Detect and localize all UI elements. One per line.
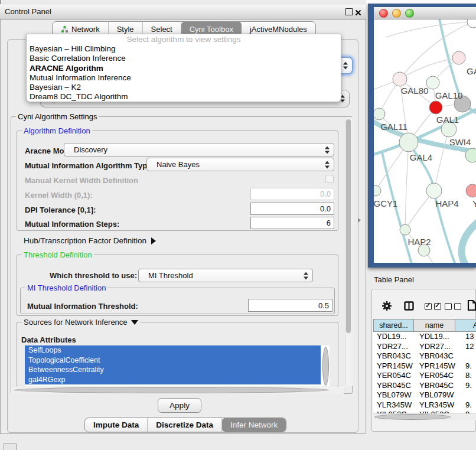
network-node[interactable] <box>466 184 476 197</box>
which-threshold-label: Which threshold to use: <box>50 271 137 280</box>
dpi-tolerance-label: DPI Tolerance [0,1]: <box>25 206 96 214</box>
dropdown-item[interactable]: Basic Correlation Inference <box>27 54 341 63</box>
file-icon[interactable] <box>467 299 476 314</box>
settings-group-title: Cyni Algorithm Settings <box>16 112 99 121</box>
mi-type-combo[interactable]: Naive Bayes <box>146 158 334 171</box>
combo-arrows-icon <box>325 161 330 168</box>
network-window-titlebar[interactable] <box>374 7 476 19</box>
dropdown-item-selected[interactable]: ARACNE Algorithm <box>27 64 341 73</box>
attribute-item-selected[interactable]: gal4RGexp <box>25 375 321 385</box>
settings-hscrollbar-thumb[interactable] <box>13 387 330 393</box>
column-header-a[interactable]: A <box>455 319 476 332</box>
mi-steps-label: Mutual Information Steps: <box>25 220 119 229</box>
dropdown-item[interactable]: Mutual Information Inference <box>27 73 341 83</box>
dropdown-item[interactable]: Bayesian – K2 <box>27 83 341 92</box>
sources-group-title-wrap[interactable]: Sources for Network Inference <box>22 318 140 327</box>
table-row[interactable]: YPR145WYPR145W9. <box>373 361 476 371</box>
minimize-traffic-icon[interactable] <box>392 9 401 18</box>
columns-icon[interactable] <box>404 301 414 313</box>
node-label: GAL80 <box>401 86 429 96</box>
gear-icon[interactable] <box>382 301 392 314</box>
unchecked-box-icon <box>445 303 452 310</box>
data-attributes-list[interactable]: SelfLoops TopologicalCoefficient Between… <box>25 345 330 386</box>
table-row[interactable]: YBL079WYBL079W <box>373 390 476 400</box>
cell: YPR145W <box>419 361 455 371</box>
apply-button[interactable]: Apply <box>158 398 201 413</box>
attribute-item-selected[interactable]: BetweennessCentrality <box>25 365 321 375</box>
cell: 12 <box>465 342 474 352</box>
mi-steps-field[interactable]: 6 <box>250 217 334 229</box>
close-traffic-icon[interactable] <box>379 9 388 18</box>
cell: 9. <box>465 381 472 391</box>
zoom-traffic-icon[interactable] <box>405 9 414 18</box>
tab-infer-network[interactable]: Infer Network <box>222 418 286 432</box>
table-row[interactable]: YER054CYER054C8. <box>373 371 476 381</box>
select-all-icon[interactable] <box>425 303 441 310</box>
attributes-scrollbar-thumb[interactable] <box>322 347 329 386</box>
settings-vscrollbar-thumb[interactable] <box>346 119 351 333</box>
cell: 8. <box>465 371 472 381</box>
network-node[interactable] <box>374 108 385 120</box>
expand-right-icon <box>151 237 156 244</box>
mi-threshold-label: Mutual Information Threshold: <box>27 302 138 311</box>
combo-arrows-icon <box>343 62 348 70</box>
tab-label: Infer Network <box>230 420 278 429</box>
table-row[interactable]: YBR043CYBR043C <box>373 351 476 361</box>
splitter-arrow-icon[interactable] <box>358 218 361 223</box>
kernel-width-field[interactable]: 0.0 <box>250 188 334 200</box>
edge <box>405 142 409 230</box>
which-threshold-combo[interactable]: MI Threshold <box>138 269 313 282</box>
attribute-item-selected[interactable]: TopologicalCoefficient <box>25 356 321 366</box>
network-node[interactable] <box>429 101 442 114</box>
dropdown-item[interactable]: Dream8 DC_TDC Algorithm <box>27 92 341 102</box>
network-node[interactable] <box>467 19 476 28</box>
close-icon[interactable] <box>355 8 361 18</box>
bottom-left-button[interactable] <box>4 444 17 450</box>
cell: YLR345W <box>377 400 412 410</box>
which-threshold-value: MI Threshold <box>148 271 193 280</box>
mi-type-value: Naive Bayes <box>157 160 200 169</box>
table-row[interactable]: YBR045CYBR045C9. <box>373 381 476 391</box>
network-tab-icon <box>61 25 69 33</box>
tab-impute-data[interactable]: Impute Data <box>85 418 148 432</box>
control-panel-title: Control Panel <box>5 7 51 16</box>
table-row[interactable]: YDR27...YDR27...12 <box>373 342 476 352</box>
network-node[interactable] <box>374 185 381 196</box>
table-hscrollbar-thumb[interactable] <box>374 414 451 420</box>
network-node[interactable] <box>399 133 418 152</box>
network-node[interactable] <box>452 51 465 64</box>
network-node[interactable] <box>393 72 407 86</box>
dpi-tolerance-field[interactable]: 0.0 <box>250 203 334 215</box>
float-window-icon[interactable] <box>345 8 353 15</box>
checked-box-icon <box>434 303 441 310</box>
dropdown-prompt: Select algorithm to view settings <box>27 34 341 44</box>
tab-discretize-data[interactable]: Discretize Data <box>148 418 222 432</box>
network-node[interactable] <box>400 224 410 235</box>
hub-definition-expander[interactable]: Hub/Transcription Factor Definition <box>24 236 156 245</box>
dropdown-item[interactable]: Bayesian – Hill Climbing <box>27 44 341 54</box>
column-header-shared[interactable]: shared... <box>373 319 414 332</box>
node-label: GAL4 <box>410 152 432 162</box>
network-node[interactable] <box>426 183 442 198</box>
deselect-all-icon[interactable] <box>445 303 461 310</box>
control-panel-titlebar[interactable] <box>0 5 366 19</box>
attribute-item-selected[interactable]: SelfLoops <box>25 345 321 356</box>
tab-label: Select <box>151 25 172 34</box>
hub-definition-label: Hub/Transcription Factor Definition <box>24 236 146 245</box>
mi-threshold-field[interactable]: 0.5 <box>248 299 332 312</box>
combo-arrows-icon <box>325 146 330 154</box>
node-label: HAP2 <box>407 237 431 247</box>
network-canvas[interactable]: GAL GAL80 GAL10 GAL1 GAL11 SWI4 GAL4 GCY… <box>374 19 476 263</box>
table-body[interactable]: YDL19...YDL19...13 YDR27...YDR27...12 YB… <box>373 332 476 413</box>
column-header-name[interactable]: name <box>413 319 455 332</box>
aracne-mode-combo[interactable]: Discovery <box>64 143 334 156</box>
table-row[interactable]: YDL19...YDL19...13 <box>373 332 476 342</box>
manual-kernel-checkbox[interactable] <box>325 175 334 183</box>
table-row[interactable]: YLR345WYLR345W9. <box>373 400 476 410</box>
cell: YBR043C <box>419 351 454 361</box>
cell: YBR045C <box>377 381 411 391</box>
cell: 9. <box>465 361 472 371</box>
node-label: GAL <box>467 66 476 76</box>
node-label: GAL10 <box>435 90 463 100</box>
node-label: HAP4 <box>435 198 458 208</box>
